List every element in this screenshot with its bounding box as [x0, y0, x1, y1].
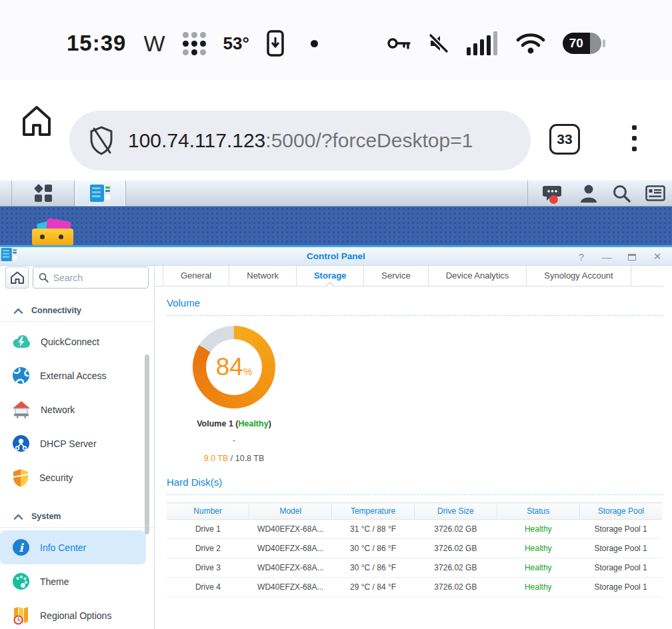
tab-storage[interactable]: Storage — [297, 266, 364, 286]
table-row[interactable]: Drive 2WD40EFZX-68A...30 °C / 86 °F3726.… — [167, 539, 662, 558]
section-divider — [167, 315, 663, 316]
control-panel-icon — [89, 184, 113, 203]
chevron-up-icon — [13, 308, 23, 314]
harddisk-section-heading: Hard Disk(s) — [167, 476, 663, 488]
home-icon — [10, 271, 25, 285]
regional-options-icon — [12, 606, 30, 625]
volume-donut: 84% — [193, 326, 275, 408]
w-app-icon: W — [143, 31, 165, 57]
external-access-icon — [12, 366, 30, 384]
dsm-taskbar — [0, 180, 672, 207]
volume-total: 10.8 TB — [235, 454, 265, 463]
file-station-desktop-icon[interactable] — [32, 223, 76, 245]
url-text[interactable]: 100.74.117.123:5000/?forceDesktop=1 — [128, 129, 473, 152]
sidebar-scrollbar[interactable] — [145, 354, 149, 534]
battery-indicator: 70 — [563, 33, 605, 54]
section-connectivity[interactable]: Connectivity — [0, 298, 154, 321]
volume-description: - — [167, 436, 301, 445]
theme-palette-icon — [12, 572, 30, 590]
notification-badge — [549, 195, 558, 204]
table-header-row: Number Model Temperature Drive Size Stat… — [167, 503, 662, 520]
section-system[interactable]: System — [0, 504, 154, 527]
sidebar-item-network[interactable]: Network — [0, 392, 146, 426]
table-row[interactable]: Drive 4WD40EFZX-68A...29 °C / 84 °F3726.… — [167, 578, 662, 597]
status-healthy: Healthy — [497, 539, 579, 558]
tab-counter-button[interactable]: 33 — [549, 124, 580, 155]
maximize-button[interactable] — [627, 251, 637, 263]
browser-toolbar: 100.74.117.123:5000/?forceDesktop=1 33 — [0, 80, 672, 180]
sidebar-home-button[interactable] — [5, 267, 29, 289]
tab-network[interactable]: Network — [229, 266, 297, 286]
weather-temp: 53° — [223, 33, 249, 54]
sidebar-item-info-center[interactable]: i Info Center — [0, 530, 146, 564]
sidebar-item-quickconnect[interactable]: QuickConnect — [0, 324, 146, 358]
dhcp-server-icon — [12, 434, 30, 452]
search-taskbar-button[interactable] — [612, 184, 631, 203]
harddisk-table: Number Model Temperature Drive Size Stat… — [167, 502, 662, 597]
browser-menu-button[interactable] — [632, 125, 637, 151]
col-drive-size[interactable]: Drive Size — [414, 503, 497, 520]
col-number[interactable]: Number — [167, 503, 249, 520]
search-icon — [612, 184, 631, 203]
notifications-button[interactable] — [543, 184, 565, 203]
wifi-icon — [516, 32, 545, 55]
key-icon — [387, 35, 411, 52]
mute-icon — [428, 33, 449, 53]
col-status[interactable]: Status — [497, 503, 579, 520]
status-healthy: Healthy — [497, 520, 579, 539]
col-storage-pool[interactable]: Storage Pool — [579, 503, 662, 520]
section-divider — [167, 494, 663, 495]
user-icon — [580, 184, 597, 203]
volume-usage: 9.0 TB / 10.8 TB — [167, 454, 301, 463]
search-input[interactable] — [53, 273, 143, 283]
col-temperature[interactable]: Temperature — [332, 503, 415, 520]
close-button[interactable]: ✕ — [652, 251, 663, 263]
window-titlebar[interactable]: Control Panel ? — ✕ — [0, 247, 672, 266]
table-row[interactable]: Drive 3WD40EFZX-68A...30 °C / 86 °F3726.… — [167, 558, 662, 578]
help-button[interactable]: ? — [576, 251, 587, 263]
battery-nub — [603, 39, 605, 47]
url-host: 100.74.117.123 — [128, 129, 265, 151]
quickconnect-icon — [12, 334, 31, 349]
security-shield-icon — [12, 468, 29, 487]
widgets-button[interactable] — [645, 185, 665, 201]
network-icon — [12, 400, 31, 418]
address-bar[interactable]: 100.74.117.123:5000/?forceDesktop=1 — [69, 111, 531, 171]
sidebar-search[interactable] — [33, 267, 149, 289]
chevron-up-icon — [13, 514, 23, 520]
main-menu-button[interactable] — [11, 181, 75, 206]
volume-used: 9.0 TB — [204, 454, 229, 463]
tab-general[interactable]: General — [163, 266, 229, 286]
search-icon — [39, 272, 49, 283]
sidebar-item-dhcp-server[interactable]: DHCP Server — [0, 426, 146, 460]
volume-widget[interactable]: 84% Volume 1 (Healthy) - 9.0 TB / 10.8 T… — [167, 326, 301, 463]
status-healthy: Healthy — [497, 558, 579, 578]
sidebar-item-security[interactable]: Security — [0, 460, 146, 494]
sidebar-item-external-access[interactable]: External Access — [0, 358, 146, 392]
volume-name: Volume 1 (Healthy) — [167, 419, 301, 428]
notification-dot-icon — [311, 40, 318, 47]
browser-home-button[interactable] — [20, 104, 53, 139]
control-panel-sidebar: Connectivity QuickConnect External Acces… — [0, 266, 155, 629]
col-model[interactable]: Model — [249, 503, 332, 520]
user-menu-button[interactable] — [580, 184, 597, 203]
table-row[interactable]: Drive 1WD40EFZX-68A...31 °C / 88 °F3726.… — [167, 520, 662, 539]
volume-percent: 84% — [193, 326, 275, 408]
storage-tabbar: General Network Storage Service Device A… — [155, 266, 663, 287]
info-center-icon: i — [12, 538, 30, 556]
tab-service[interactable]: Service — [364, 266, 428, 286]
volume-section-heading: Volume — [167, 297, 663, 309]
sidebar-item-theme[interactable]: Theme — [0, 564, 146, 598]
tab-device-analytics[interactable]: Device Analytics — [429, 266, 527, 286]
tab-synology-account[interactable]: Synology Account — [527, 266, 631, 286]
main-menu-icon — [33, 183, 53, 203]
window-title: Control Panel — [307, 251, 365, 261]
sidebar-item-regional-options[interactable]: Regional Options — [0, 598, 146, 629]
volume-status: Healthy — [238, 419, 268, 428]
insecure-shield-icon[interactable] — [88, 125, 115, 156]
url-path: :5000/?forceDesktop=1 — [265, 129, 473, 151]
minimize-button[interactable]: — — [601, 251, 612, 263]
control-panel-taskbar-button[interactable] — [75, 181, 126, 206]
widgets-icon — [645, 185, 665, 201]
phone-status-bar: 15:39 W 53° 70 — [0, 0, 672, 80]
